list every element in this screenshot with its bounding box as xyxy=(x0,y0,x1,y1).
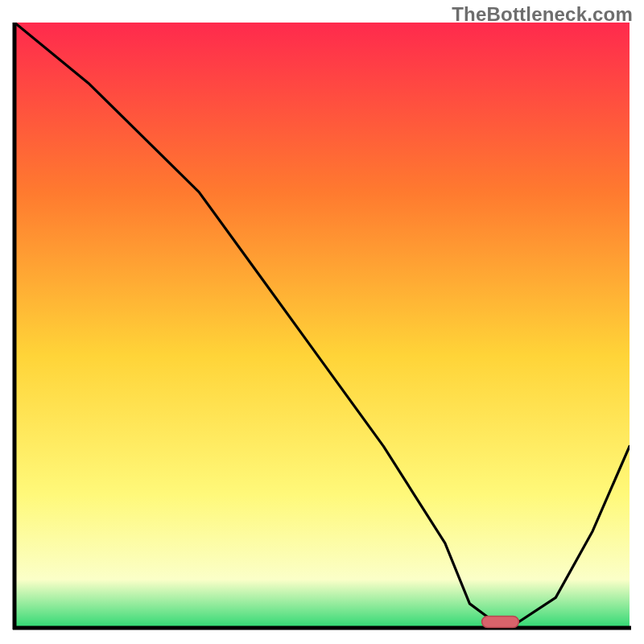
chart-stage: TheBottleneck.com xyxy=(0,0,644,644)
plot-area xyxy=(11,23,633,633)
optimal-range-marker xyxy=(482,617,519,628)
gradient-background xyxy=(14,23,630,628)
chart-svg xyxy=(11,23,633,633)
